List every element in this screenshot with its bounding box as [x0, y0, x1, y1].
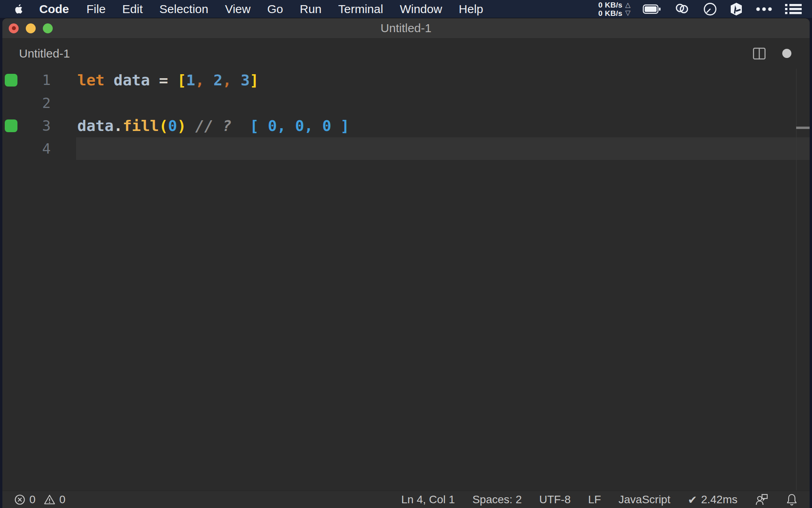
- ruler-cursor-marker: [796, 127, 810, 129]
- editor-tab[interactable]: Untitled-1: [19, 47, 70, 60]
- window-title: Untitled-1: [2, 21, 810, 35]
- feedback-button[interactable]: [755, 493, 768, 506]
- code-line-1[interactable]: 1let data = [1, 2, 3]: [2, 69, 810, 92]
- coverage-marker-empty: [5, 96, 17, 109]
- line-number: 3: [17, 117, 51, 134]
- indentation[interactable]: Spaces: 2: [472, 493, 522, 506]
- menu-item-selection[interactable]: Selection: [151, 2, 216, 16]
- network-up-speed: 0 KB/s: [598, 1, 622, 9]
- notifications-button[interactable]: [786, 493, 798, 506]
- eol-sequence[interactable]: LF: [588, 493, 601, 506]
- menu-item-window[interactable]: Window: [391, 2, 450, 16]
- warning-icon: [44, 494, 56, 505]
- linked-rings-icon: [673, 2, 691, 16]
- code-text: data.fill(0) // ? [ 0, 0, 0 ]: [77, 117, 349, 135]
- up-arrow-icon: △: [625, 1, 630, 9]
- coverage-marker-icon: [5, 119, 17, 132]
- check-icon: ✔: [688, 493, 697, 506]
- linked-rings-menu-item[interactable]: [673, 2, 691, 16]
- menu-bar-status: 0 KB/s 0 KB/s △ ▽: [598, 1, 802, 17]
- menu-bar: CodeFileEditSelectionViewGoRunTerminalWi…: [0, 0, 812, 18]
- quokka-status[interactable]: ✔ 2.42ms: [688, 493, 737, 506]
- status-bar: 0 0 Ln 4, Col 1 Spaces: 2 UTF-8 LF JavaS…: [2, 491, 810, 508]
- editor-tab-bar: Untitled-1: [2, 38, 810, 69]
- split-editor-button[interactable]: [753, 48, 766, 60]
- cube-icon: [730, 2, 743, 16]
- coverage-marker-empty: [5, 142, 17, 155]
- menu-item-go[interactable]: Go: [259, 2, 291, 16]
- code-line-2[interactable]: 2: [2, 92, 810, 115]
- down-arrow-icon: ▽: [625, 9, 630, 17]
- menu-item-help[interactable]: Help: [450, 2, 492, 16]
- encoding[interactable]: UTF-8: [539, 493, 571, 506]
- screen: CodeFileEditSelectionViewGoRunTerminalWi…: [0, 0, 812, 508]
- network-throughput[interactable]: 0 KB/s 0 KB/s △ ▽: [598, 1, 630, 17]
- cursor-position[interactable]: Ln 4, Col 1: [401, 493, 455, 506]
- quokka-time: 2.42ms: [701, 493, 737, 506]
- line-number: 4: [17, 140, 51, 157]
- code-line-3[interactable]: 3data.fill(0) // ? [ 0, 0, 0 ]: [2, 114, 810, 137]
- vscode-window: Untitled-1 Untitled-1 1let data = [1, 2,…: [2, 18, 810, 508]
- coverage-marker-icon: [5, 74, 17, 87]
- split-editor-icon: [753, 48, 766, 60]
- list-menu-item[interactable]: [785, 3, 802, 15]
- overview-ruler[interactable]: [796, 69, 810, 491]
- line-number: 2: [17, 95, 51, 111]
- apple-menu[interactable]: [13, 2, 25, 16]
- list-icon: [785, 3, 802, 15]
- timer-icon: [703, 2, 717, 16]
- status-bar-right: Ln 4, Col 1 Spaces: 2 UTF-8 LF JavaScrip…: [401, 493, 798, 506]
- language-mode[interactable]: JavaScript: [619, 493, 670, 506]
- battery-status[interactable]: [643, 4, 661, 14]
- ellipsis-icon: [755, 7, 773, 12]
- menu-item-terminal[interactable]: Terminal: [330, 2, 391, 16]
- menu-item-run[interactable]: Run: [291, 2, 330, 16]
- network-down-speed: 0 KB/s: [598, 9, 622, 17]
- menu-item-file[interactable]: File: [78, 2, 114, 16]
- cube-menu-item[interactable]: [730, 2, 743, 16]
- menu-item-view[interactable]: View: [216, 2, 259, 16]
- menu-bar-left: CodeFileEditSelectionViewGoRunTerminalWi…: [10, 2, 492, 16]
- menu-item-code[interactable]: Code: [31, 2, 78, 16]
- timer-menu-item[interactable]: [703, 2, 717, 16]
- menu-item-edit[interactable]: Edit: [114, 2, 151, 16]
- problems-summary[interactable]: 0 0: [14, 493, 65, 506]
- apple-icon: [13, 2, 25, 16]
- feedback-icon: [755, 493, 768, 506]
- window-titlebar[interactable]: Untitled-1: [2, 18, 810, 38]
- error-icon: [14, 494, 25, 505]
- line-number: 1: [17, 72, 51, 88]
- menu-items: CodeFileEditSelectionViewGoRunTerminalWi…: [31, 2, 492, 16]
- code-line-4[interactable]: 4: [2, 137, 810, 160]
- battery-icon: [643, 4, 661, 14]
- editor-actions: [753, 48, 791, 60]
- bell-icon: [786, 493, 798, 506]
- warning-count: 0: [59, 493, 66, 506]
- ellipsis-menu-item[interactable]: [755, 7, 773, 12]
- modified-indicator[interactable]: [782, 49, 791, 58]
- code-text: let data = [1, 2, 3]: [77, 71, 259, 89]
- code-lines: 1let data = [1, 2, 3]23data.fill(0) // ?…: [2, 69, 810, 160]
- error-count: 0: [29, 493, 36, 506]
- code-editor[interactable]: 1let data = [1, 2, 3]23data.fill(0) // ?…: [2, 69, 810, 491]
